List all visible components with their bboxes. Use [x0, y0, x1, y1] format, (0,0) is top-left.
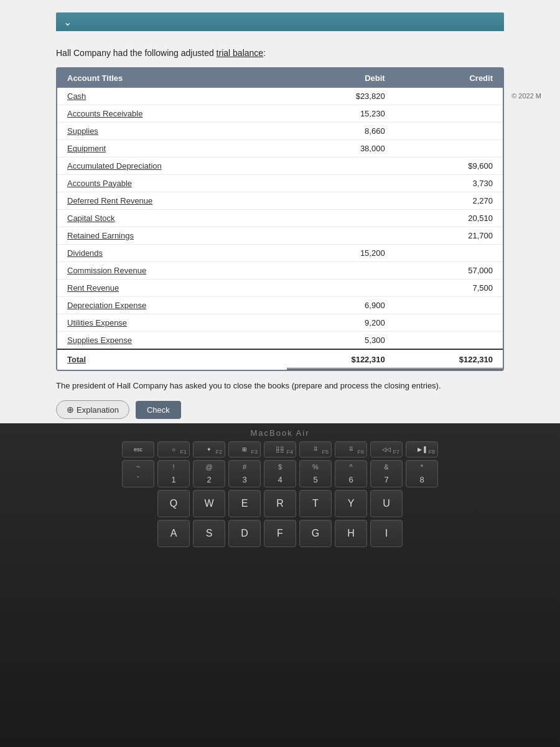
table-row: Capital Stock20,510	[57, 209, 503, 227]
macbook-label: MacBook Air	[0, 423, 560, 438]
fn-key-row: esc ☼F1 ✦F2 ⊞F3 ⣿⣿F4 ⠿F5 ⠿F6 ◁◁F7 ▶▐F8	[122, 441, 438, 458]
check-button[interactable]: Check	[136, 401, 181, 419]
account-cell: Rent Revenue	[57, 279, 287, 296]
debit-cell: 8,660	[287, 122, 394, 139]
key-3[interactable]: #3	[228, 460, 261, 487]
debit-cell	[287, 192, 394, 209]
check-label: Check	[147, 405, 170, 415]
credit-cell	[395, 122, 503, 139]
intro-colon: :	[263, 48, 266, 58]
table-row: Supplies Expense5,300	[57, 331, 503, 349]
debit-cell: $122,310	[287, 349, 394, 369]
credit-cell: 20,510	[395, 209, 503, 227]
asdf-key-row: A S D F G H I	[157, 520, 403, 547]
credit-cell	[395, 139, 503, 157]
key-s[interactable]: S	[193, 520, 225, 547]
key-2[interactable]: @2	[193, 460, 225, 487]
table-row: Accounts Payable3,730	[57, 174, 503, 192]
credit-cell	[395, 88, 503, 105]
keyboard: esc ☼F1 ✦F2 ⊞F3 ⣿⣿F4 ⠿F5 ⠿F6 ◁◁F7 ▶▐F8 ~…	[0, 441, 560, 547]
table-row: Supplies8,660	[57, 122, 503, 139]
table-header-row: Account Titles Debit Credit	[57, 68, 503, 88]
credit-cell: 2,270	[395, 192, 503, 209]
chevron-down-icon[interactable]: ⌄	[63, 16, 72, 28]
qwerty-key-row: Q W E R T Y U	[157, 490, 403, 517]
key-4[interactable]: $4	[264, 460, 296, 487]
table-row: Deferred Rent Revenue2,270	[57, 192, 503, 209]
table-row: Cash$23,820	[57, 88, 503, 105]
key-q[interactable]: Q	[157, 490, 190, 517]
credit-cell	[395, 314, 503, 331]
key-f2[interactable]: ✦F2	[193, 441, 225, 458]
trial-balance-table: Account Titles Debit Credit Cash$23,820A…	[57, 68, 503, 370]
account-cell: Capital Stock	[57, 209, 287, 227]
account-cell: Supplies Expense	[57, 331, 287, 349]
debit-cell: 38,000	[287, 139, 394, 157]
key-8[interactable]: *8	[406, 460, 438, 487]
account-cell: Deferred Rent Revenue	[57, 192, 287, 209]
table-row: Equipment38,000	[57, 139, 503, 157]
key-a[interactable]: A	[157, 520, 190, 547]
credit-cell	[395, 105, 503, 122]
debit-cell	[287, 174, 394, 192]
key-f7[interactable]: ◁◁F7	[370, 441, 403, 458]
account-cell: Accounts Payable	[57, 174, 287, 192]
key-tilde[interactable]: ~`	[122, 460, 154, 487]
explanation-label: Explanation	[77, 405, 119, 415]
account-cell: Cash	[57, 88, 287, 105]
trial-balance-link[interactable]: trial balance	[217, 48, 264, 58]
key-i[interactable]: I	[370, 520, 403, 547]
macbook-area: MacBook Air esc ☼F1 ✦F2 ⊞F3 ⣿⣿F4 ⠿F5 ⠿F6…	[0, 423, 560, 747]
table-row: Accumulated Depreciation$9,600	[57, 157, 503, 174]
debit-cell: 6,900	[287, 296, 394, 314]
credit-cell: $9,600	[395, 157, 503, 174]
table-row: Dividends15,200	[57, 244, 503, 261]
key-e[interactable]: E	[228, 490, 261, 517]
debit-cell	[287, 157, 394, 174]
key-f8[interactable]: ▶▐F8	[406, 441, 438, 458]
button-row: ⊕ Explanation Check	[56, 400, 504, 419]
key-g[interactable]: G	[299, 520, 332, 547]
col-header-credit: Credit	[395, 68, 503, 88]
key-y[interactable]: Y	[335, 490, 367, 517]
account-cell: Supplies	[57, 122, 287, 139]
credit-cell: 57,000	[395, 261, 503, 279]
col-header-debit: Debit	[287, 68, 394, 88]
credit-cell	[395, 296, 503, 314]
credit-cell	[395, 331, 503, 349]
table-row: Retained Earnings21,700	[57, 227, 503, 244]
key-f1[interactable]: ☼F1	[157, 441, 190, 458]
key-f6[interactable]: ⠿F6	[335, 441, 367, 458]
debit-cell: 9,200	[287, 314, 394, 331]
credit-cell: $122,310	[395, 349, 503, 369]
trial-balance-container: Account Titles Debit Credit Cash$23,820A…	[56, 67, 504, 371]
key-u[interactable]: U	[370, 490, 403, 517]
closing-text: The president of Hall Company has asked …	[56, 380, 504, 392]
explanation-button[interactable]: ⊕ Explanation	[56, 400, 129, 419]
debit-cell: 15,230	[287, 105, 394, 122]
account-cell: Total	[57, 349, 287, 369]
key-f3[interactable]: ⊞F3	[228, 441, 261, 458]
table-row: Commission Revenue57,000	[57, 261, 503, 279]
key-1[interactable]: !1	[157, 460, 190, 487]
debit-cell	[287, 279, 394, 296]
key-f5[interactable]: ⠿F5	[299, 441, 332, 458]
key-t[interactable]: T	[299, 490, 332, 517]
debit-cell	[287, 209, 394, 227]
key-r[interactable]: R	[264, 490, 296, 517]
screen-area: ⌄ Hall Company had the following adjuste…	[0, 0, 560, 423]
num-key-row: ~` !1 @2 #3 $4 %5 ^6 &7 *8	[122, 460, 438, 487]
app-top-bar: ⌄	[56, 12, 504, 31]
account-cell: Utilities Expense	[57, 314, 287, 331]
key-d[interactable]: D	[228, 520, 261, 547]
credit-cell	[395, 244, 503, 261]
key-h[interactable]: H	[335, 520, 367, 547]
key-f[interactable]: F	[264, 520, 296, 547]
key-w[interactable]: W	[193, 490, 225, 517]
debit-cell: 5,300	[287, 331, 394, 349]
key-7[interactable]: &7	[370, 460, 403, 487]
key-5[interactable]: %5	[299, 460, 332, 487]
key-esc[interactable]: esc	[122, 441, 154, 458]
key-f4[interactable]: ⣿⣿F4	[264, 441, 296, 458]
key-6[interactable]: ^6	[335, 460, 367, 487]
